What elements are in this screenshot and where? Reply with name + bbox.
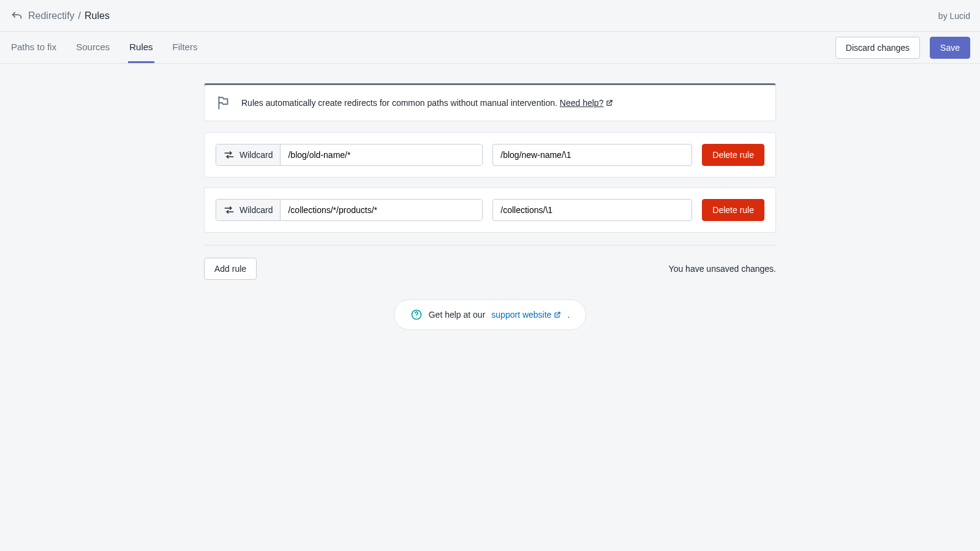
back-arrow-icon[interactable] <box>10 9 23 23</box>
info-banner: Rules automatically create redirects for… <box>204 83 776 121</box>
footer-row: Add rule You have unsaved changes. <box>204 258 776 280</box>
flag-icon <box>216 95 232 111</box>
rule-card: Wildcard Delete rule <box>204 187 776 233</box>
help-prefix: Get help at our <box>429 310 486 320</box>
source-path-input[interactable] <box>281 200 482 220</box>
tab-paths-to-fix[interactable]: Paths to fix <box>10 32 58 63</box>
need-help-link[interactable]: Need help? <box>560 98 614 108</box>
topbar: Redirectify / Rules by Lucid <box>0 0 980 32</box>
banner-body: Rules automatically create redirects for… <box>241 98 613 108</box>
byline: by Lucid <box>938 11 970 21</box>
tab-label: Rules <box>129 42 153 52</box>
rule-card: Wildcard Delete rule <box>204 132 776 178</box>
swap-icon <box>224 206 235 214</box>
tab-label: Filters <box>173 42 198 52</box>
swap-icon <box>224 151 235 159</box>
header-actions: Discard changes Save <box>835 32 970 63</box>
save-button[interactable]: Save <box>930 37 970 59</box>
rule-row: Wildcard Delete rule <box>216 199 764 221</box>
tab-label: Sources <box>76 42 110 52</box>
rule-row: Wildcard Delete rule <box>216 144 764 166</box>
tab-rules[interactable]: Rules <box>128 32 154 63</box>
rule-type-label: Wildcard <box>239 150 273 160</box>
add-rule-button[interactable]: Add rule <box>204 258 257 280</box>
help-footer: Get help at our support website . <box>394 299 587 330</box>
destination-path-input[interactable] <box>492 199 692 221</box>
divider <box>204 245 776 246</box>
source-input-group: Wildcard <box>216 199 483 221</box>
rule-type-label: Wildcard <box>239 205 273 215</box>
delete-rule-button[interactable]: Delete rule <box>702 144 764 166</box>
tab-label: Paths to fix <box>11 42 56 52</box>
support-website-link[interactable]: support website <box>491 310 561 320</box>
delete-rule-button[interactable]: Delete rule <box>702 199 764 221</box>
main-content: Rules automatically create redirects for… <box>204 83 776 330</box>
rule-type-selector[interactable]: Wildcard <box>216 200 281 220</box>
breadcrumb: Redirectify / Rules <box>28 10 110 21</box>
tab-sources[interactable]: Sources <box>75 32 111 63</box>
external-link-icon <box>606 99 613 107</box>
external-link-icon <box>554 311 561 318</box>
source-input-group: Wildcard <box>216 144 483 166</box>
breadcrumb-page: Rules <box>85 10 110 21</box>
unsaved-changes-text: You have unsaved changes. <box>669 264 776 274</box>
need-help-label: Need help? <box>560 98 604 108</box>
breadcrumb-separator: / <box>78 10 81 21</box>
help-circle-icon <box>410 309 423 321</box>
discard-changes-button[interactable]: Discard changes <box>835 37 920 59</box>
svg-point-2 <box>416 317 417 318</box>
help-suffix: . <box>567 310 570 320</box>
destination-path-input[interactable] <box>492 144 692 166</box>
tab-filters[interactable]: Filters <box>172 32 199 63</box>
banner-text: Rules automatically create redirects for… <box>241 98 557 108</box>
tabs: Paths to fix Sources Rules Filters <box>10 32 198 63</box>
tabs-row: Paths to fix Sources Rules Filters Disca… <box>0 32 980 64</box>
support-link-label: support website <box>491 310 551 320</box>
breadcrumb-app[interactable]: Redirectify <box>28 10 75 21</box>
rule-type-selector[interactable]: Wildcard <box>216 144 281 165</box>
source-path-input[interactable] <box>281 144 482 165</box>
